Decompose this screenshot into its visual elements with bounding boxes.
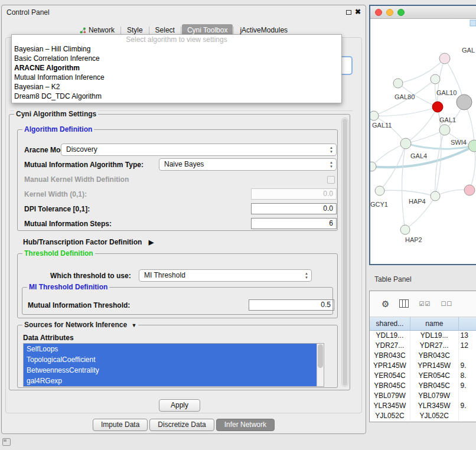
table-header-row: shared...name — [370, 317, 476, 331]
table-body: YDL19...YDL19...13YDR27...YDR27...12YBR0… — [370, 331, 476, 421]
table-row[interactable]: YPR145WYPR145W9. — [370, 361, 476, 371]
threshold-definition-legend: Threshold Definition — [22, 249, 95, 257]
tab-divider — [233, 27, 234, 34]
table-cell: YDL19... — [410, 331, 459, 341]
network-node-hap4n[interactable] — [431, 191, 440, 201]
table-cell — [459, 391, 476, 401]
column-header-extra[interactable] — [459, 317, 476, 330]
table-row[interactable]: YBR043CYBR043C — [370, 351, 476, 361]
network-node-gal80n[interactable] — [393, 79, 403, 88]
table-cell: YDR27... — [370, 341, 410, 351]
network-edge[interactable] — [402, 144, 406, 230]
menu-item-dream8-dc-tdc-algorithm[interactable]: Dream8 DC_TDC Algorithm — [12, 92, 341, 101]
network-node-gal11n[interactable] — [370, 111, 379, 120]
tab-label: Style — [127, 26, 143, 34]
list-item-selfloops[interactable]: SelfLoops — [24, 344, 324, 354]
table-cell: YBR045C — [410, 381, 459, 391]
table-row[interactable]: YER054CYER054C8. — [370, 371, 476, 381]
close-icon[interactable]: ✖ — [355, 8, 361, 16]
bottom-tab-discretize-data[interactable]: Discretize Data — [149, 419, 214, 431]
network-edge[interactable] — [406, 107, 438, 144]
table-row[interactable]: YJL052CYJL052C — [370, 411, 476, 421]
network-node-redNode[interactable] — [432, 102, 443, 112]
network-node-pinkTop[interactable] — [439, 53, 450, 64]
bottom-tab-impute-data[interactable]: Impute Data — [93, 419, 148, 431]
network-edge[interactable] — [435, 130, 445, 196]
table-cell: YBL079W — [370, 391, 410, 401]
network-canvas-container[interactable]: GALGAL80GAL10GAL11GAL1SWI4GAL4GCY1HAP4HA… — [370, 19, 476, 264]
dock-panel-icon[interactable] — [2, 438, 11, 446]
cyni-settings-legend: Cyni Algorithm Settings — [14, 110, 98, 118]
algorithm-placeholder: Select algorithm to view settings — [12, 35, 341, 44]
network-titlebar[interactable] — [370, 6, 476, 19]
list-scrollbar[interactable] — [317, 344, 324, 386]
network-edge[interactable] — [380, 190, 435, 196]
table-row[interactable]: YLR345WYLR345W9. — [370, 401, 476, 411]
tab-divider — [149, 27, 149, 34]
table-cell: YPR145W — [370, 361, 410, 371]
table-cell: YDL19... — [370, 331, 410, 341]
tab-label: Select — [155, 26, 175, 34]
menu-item-aracne-algorithm[interactable]: ARACNE Algorithm — [12, 63, 341, 73]
table-cell: YBR043C — [410, 351, 459, 361]
menu-item-bayesian-k2[interactable]: Bayesian – K2 — [12, 82, 341, 92]
sources-legend[interactable]: Sources for Network Inference ▼ — [22, 321, 138, 329]
table-cell: YLR345W — [410, 401, 459, 411]
apply-button[interactable]: Apply — [159, 399, 200, 412]
network-node-leftPale[interactable] — [370, 162, 376, 171]
network-node-swi4n[interactable] — [468, 140, 476, 152]
table-row[interactable]: YBL079WYBL079W — [370, 391, 476, 401]
table-cell: 9. — [459, 381, 476, 391]
node-label-hap4: HAP4 — [409, 198, 426, 205]
control-panel-titlebar[interactable]: Control Panel ✖ — [2, 5, 366, 19]
window-title: Control Panel — [6, 8, 50, 17]
network-canvas: GALGAL80GAL10GAL11GAL1SWI4GAL4GCY1HAP4HA… — [370, 19, 476, 265]
network-node-paleTop[interactable] — [431, 74, 440, 84]
table-row[interactable]: YDL19...YDL19...13 — [370, 331, 476, 341]
close-traffic-light[interactable] — [375, 9, 382, 16]
network-node-gcy1n[interactable] — [375, 186, 384, 195]
network-edge[interactable] — [470, 146, 475, 190]
list-scrollbar-thumb[interactable] — [318, 344, 323, 368]
table-cell: 12 — [459, 341, 476, 351]
table-row[interactable]: YDR27...YDR27...12 — [370, 341, 476, 351]
network-edge[interactable] — [371, 144, 406, 167]
list-item-topologicalcoefficient[interactable]: TopologicalCoefficient — [24, 354, 324, 365]
deselect-all-checks-icon[interactable]: ☐☐ — [441, 301, 452, 307]
minimize-traffic-light[interactable] — [386, 9, 393, 16]
table-row[interactable]: YBR045CYBR045C9. — [370, 381, 476, 391]
algorithm-dropdown-popup: Select algorithm to view settings Bayesi… — [11, 34, 342, 103]
settings-gear-icon[interactable]: ⚙ — [382, 299, 389, 308]
zoom-traffic-light[interactable] — [397, 9, 405, 16]
data-attributes-list[interactable]: SelfLoopsTopologicalCoefficientBetweenne… — [23, 343, 324, 387]
column-header-name[interactable]: name — [410, 317, 459, 330]
table-panel-title: Table Panel — [374, 275, 412, 283]
algorithm-definition-group: Algorithm Definition — [17, 129, 338, 231]
column-header-shared[interactable]: shared... — [370, 317, 410, 330]
column-chooser-icon[interactable] — [399, 299, 409, 309]
menu-item-mutual-information-inference[interactable]: Mutual Information Inference — [12, 73, 341, 82]
network-node-hap2n[interactable] — [400, 225, 410, 234]
table-cell: YJL052C — [410, 411, 459, 421]
canvas-corner-widget[interactable] — [470, 20, 476, 26]
list-item-betweennesscentrality[interactable]: BetweennessCentrality — [24, 365, 324, 376]
menu-item-bayesian-hill-climbing[interactable]: Bayesian – Hill Climbing — [12, 44, 341, 54]
network-edge[interactable] — [406, 130, 445, 144]
table-cell: YBR045C — [370, 381, 410, 391]
bottom-tab-infer-network[interactable]: Infer Network — [216, 419, 275, 431]
network-node-grayNode[interactable] — [457, 94, 472, 110]
table-cell: 13 — [459, 331, 476, 341]
network-view-window: GALGAL80GAL10GAL11GAL1SWI4GAL4GCY1HAP4HA… — [369, 5, 476, 265]
select-all-checks-icon[interactable]: ☑☑ — [419, 301, 431, 307]
list-item-gal4rgexp[interactable]: gal4RGexp — [24, 376, 324, 386]
tab-label: Network — [89, 26, 115, 34]
network-node-pink2[interactable] — [464, 185, 475, 195]
network-edge[interactable] — [374, 116, 406, 144]
menu-item-basic-correlation-inference[interactable]: Basic Correlation Inference — [12, 54, 341, 63]
settings-scrollbar[interactable] — [341, 118, 348, 387]
float-window-icon[interactable] — [346, 10, 351, 15]
settings-scrollbar-thumb[interactable] — [343, 119, 347, 386]
network-node-gal4n[interactable] — [400, 138, 411, 149]
network-node-gal1n[interactable] — [439, 125, 450, 135]
table-panel-window: ⚙ ☑☑ ☐☐ shared...name YDL19...YDL19...13… — [369, 291, 476, 422]
